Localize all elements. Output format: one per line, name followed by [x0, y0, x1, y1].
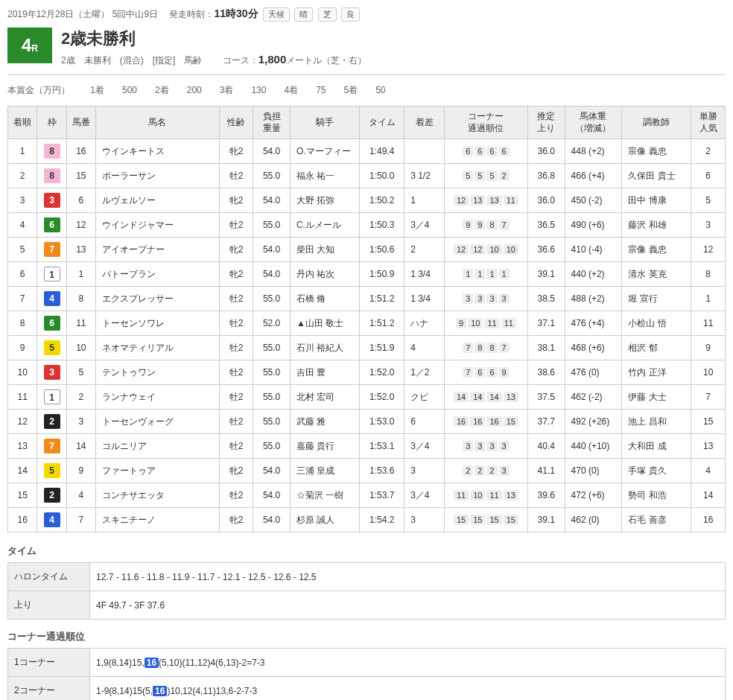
track-label: 芝 [318, 7, 337, 22]
table-row: 611バトーブラン牝254.0丹内 祐次1:50.91 3/4111139.14… [8, 262, 726, 287]
race-number-badge: 4R [7, 28, 52, 63]
prize-line: 本賞金（万円） 1着 5002着 2003着 1304着 755着 50 [7, 80, 726, 106]
time-row-label: 上り [8, 591, 90, 620]
table-row: 2815ポーラーサン牡255.0福永 祐一1:50.03 1/2555236.8… [8, 164, 726, 188]
waku-badge: 8 [44, 168, 60, 183]
table-row: 4612ウインドジャマー牡255.0C.ルメール1:50.33／4998736.… [8, 213, 726, 238]
waku-badge: 7 [44, 242, 60, 257]
corner-section-title: コーナー通過順位 [7, 630, 726, 643]
table-row: 1459ファートゥア牝254.0三浦 皇成1:53.63222341.1470 … [8, 459, 726, 483]
race-date-line: 2019年12月28日（土曜） 5回中山9日 発走時刻：11時30分 天候 晴 … [7, 7, 726, 22]
results-header: タイム [360, 106, 404, 139]
waku-badge: 7 [44, 439, 60, 454]
results-header: 馬体重（増減） [565, 106, 622, 139]
prize-item: 4着 75 [284, 85, 326, 95]
table-row: 1223トーセンヴォーグ牡255.0武藤 雅1:53.061616161537.… [8, 410, 726, 434]
time-row-label: ハロンタイム [8, 563, 90, 591]
race-meet: 5回中山9日 [112, 9, 158, 19]
waku-badge: 2 [44, 488, 60, 503]
results-header: 調教師 [622, 106, 691, 139]
results-header: 単勝人気 [691, 106, 726, 139]
prize-item: 2着 200 [155, 85, 202, 95]
corner-row-label: 2コーナー [8, 677, 90, 700]
results-header: 性齢 [219, 106, 253, 139]
corner-table: 1コーナー1,9(8,14)15,16(5,10)(11,12)4(6,13)-… [7, 648, 726, 700]
prize-item: 1着 500 [90, 85, 137, 95]
waku-badge: 4 [44, 291, 60, 306]
table-row: 1035テントゥワン牡255.0吉田 豊1:52.01／2766938.6476… [8, 360, 726, 385]
table-row: 1524コンチサエッタ牡254.0☆菊沢 一樹1:53.73／411101113… [8, 483, 726, 508]
time-row-value: 4F 49.7 - 3F 37.6 [90, 591, 726, 620]
race-subtitle: 2歳 未勝利 (混合) [指定] 馬齢 コース：1,800メートル（芝・右） [61, 53, 366, 67]
results-header: 馬名 [96, 106, 220, 139]
table-row: 336ルヴェルソー牝254.0大野 拓弥1:50.211213131136.04… [8, 188, 726, 213]
results-table: 着順枠馬番馬名性齢負担重量騎手タイム着差コーナー通過順位推定上り馬体重（増減）調… [7, 106, 726, 532]
waku-badge: 1 [44, 267, 60, 281]
prize-item: 5着 50 [343, 85, 385, 95]
waku-badge: 3 [44, 193, 60, 208]
table-row: 5713アイオープナー牝254.0柴田 大知1:50.621212101036.… [8, 238, 726, 262]
waku-badge: 2 [44, 414, 60, 429]
waku-badge: 1 [44, 389, 60, 404]
waku-badge: 5 [44, 340, 60, 355]
weather-label: 天候 [263, 7, 290, 22]
table-row: 1112ランナウェイ牡255.0北村 宏司1:52.0クビ1414141337.… [8, 385, 726, 410]
race-title: 2歳未勝利 [61, 28, 366, 50]
corner-row-value: 1-9(8,14)15(5,16)10,12(4,11)13,6-2-7-3 [90, 677, 726, 700]
results-header: 騎手 [290, 106, 359, 139]
highlighted-horse: 16 [153, 686, 167, 696]
waku-badge: 5 [44, 463, 60, 478]
results-header: コーナー通過順位 [445, 106, 528, 139]
prize-label: 本賞金（万円） [7, 85, 70, 95]
table-row: 1647スキニチーノ牝254.0杉原 誠人1:54.231515151539.1… [8, 508, 726, 532]
waku-badge: 3 [44, 365, 60, 380]
table-row: 748エクスプレッサー牡255.0石橋 脩1:51.21 3/4333338.5… [8, 287, 726, 311]
results-header: 馬番 [66, 106, 95, 139]
race-header: 4R 2歳未勝利 2歳 未勝利 (混合) [指定] 馬齢 コース：1,800メー… [7, 28, 726, 75]
results-header: 着差 [404, 106, 445, 139]
track-cond: 良 [341, 7, 360, 22]
results-header-row: 着順枠馬番馬名性齢負担重量騎手タイム着差コーナー通過順位推定上り馬体重（増減）調… [8, 106, 726, 139]
results-header: 着順 [8, 106, 37, 139]
weather-value: 晴 [294, 7, 313, 22]
highlighted-horse: 16 [145, 658, 159, 668]
time-row-value: 12.7 - 11.6 - 11.8 - 11.9 - 11.7 - 12.1 … [90, 563, 726, 591]
start-time: 11時30分 [214, 7, 258, 19]
waku-badge: 8 [44, 144, 60, 159]
table-row: 9510ネオマティリアル牡255.0石川 裕紀人1:51.94788738.14… [8, 336, 726, 360]
table-row: 13714コルニリア牡255.0嘉藤 貴行1:53.13／4333340.444… [8, 434, 726, 459]
waku-badge: 4 [44, 512, 60, 527]
time-section-title: タイム [7, 544, 726, 558]
results-header: 推定上り [527, 106, 565, 139]
results-header: 負担重量 [253, 106, 291, 139]
start-label: 発走時刻： [169, 9, 214, 19]
results-header: 枠 [37, 106, 66, 139]
corner-row-value: 1,9(8,14)15,16(5,10)(11,12)4(6,13)-2=7-3 [90, 649, 726, 677]
waku-badge: 6 [44, 316, 60, 331]
waku-badge: 6 [44, 217, 60, 232]
time-table: ハロンタイム12.7 - 11.6 - 11.8 - 11.9 - 11.7 -… [7, 562, 726, 620]
prize-item: 3着 130 [220, 85, 267, 95]
table-row: 1816ウインキートス牝254.0O.マーフィー1:49.4666636.044… [8, 139, 726, 164]
corner-row-label: 1コーナー [8, 649, 90, 677]
race-date: 2019年12月28日（土曜） [7, 9, 110, 19]
table-row: 8611トーセンソワレ牡252.0▲山田 敬士1:51.2ハナ910111137… [8, 311, 726, 336]
